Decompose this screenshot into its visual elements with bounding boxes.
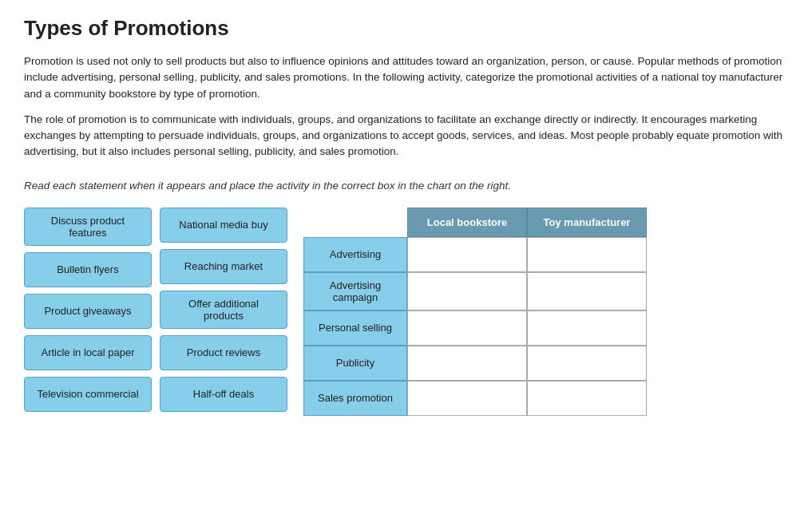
drag-item-product-giveaways[interactable]: Product giveaways: [24, 294, 152, 329]
cell-sales-promotion-local[interactable]: [407, 381, 527, 416]
promotion-table: Local bookstore Toy manufacturer Adverti…: [303, 208, 647, 416]
cell-sales-promotion-toy[interactable]: [527, 381, 647, 416]
activity-area: Discuss product features Bulletin flyers…: [24, 208, 788, 416]
row-label-advertising: Advertising: [303, 237, 407, 272]
drag-item-national-media-buy[interactable]: National media buy: [160, 208, 287, 243]
table-header-local-bookstore: Local bookstore: [407, 208, 527, 237]
table-header-empty: [303, 208, 407, 237]
cell-personal-selling-toy[interactable]: [527, 310, 647, 346]
drag-item-half-off-deals[interactable]: Half-off deals: [160, 377, 287, 412]
table-grid: Local bookstore Toy manufacturer Adverti…: [303, 208, 647, 416]
row-label-publicity: Publicity: [303, 346, 407, 381]
row-label-advertising-campaign: Advertising campaign: [303, 272, 407, 310]
page-title: Types of Promotions: [24, 16, 788, 41]
cell-publicity-toy[interactable]: [527, 346, 647, 381]
intro-paragraph-1: Promotion is used not only to sell produ…: [24, 53, 788, 102]
drag-item-offer-additional-products[interactable]: Offer additional products: [160, 291, 287, 329]
drag-item-bulletin-flyers[interactable]: Bulletin flyers: [24, 252, 152, 287]
cell-personal-selling-local[interactable]: [407, 310, 527, 346]
row-label-sales-promotion: Sales promotion: [303, 381, 407, 416]
drag-item-reaching-market[interactable]: Reaching market: [160, 249, 287, 284]
intro-paragraph-2: The role of promotion is to communicate …: [24, 112, 788, 160]
table-header-toy-manufacturer: Toy manufacturer: [527, 208, 647, 237]
row-label-personal-selling: Personal selling: [303, 310, 407, 346]
drag-column-1: Discuss product features Bulletin flyers…: [24, 208, 152, 412]
cell-publicity-local[interactable]: [407, 346, 527, 381]
cell-advertising-local[interactable]: [407, 237, 527, 272]
cell-advertising-toy[interactable]: [527, 237, 647, 272]
drag-item-discuss-product-features[interactable]: Discuss product features: [24, 208, 152, 246]
drag-item-article-in-local-paper[interactable]: Article in local paper: [24, 335, 152, 370]
drag-item-product-reviews[interactable]: Product reviews: [160, 335, 287, 370]
drag-item-television-commercial[interactable]: Television commercial: [24, 377, 152, 412]
cell-advertising-campaign-local[interactable]: [407, 272, 527, 310]
instruction-text: Read each statement when it appears and …: [24, 180, 788, 192]
cell-advertising-campaign-toy[interactable]: [527, 272, 647, 310]
drag-column-2: National media buy Reaching market Offer…: [160, 208, 287, 412]
